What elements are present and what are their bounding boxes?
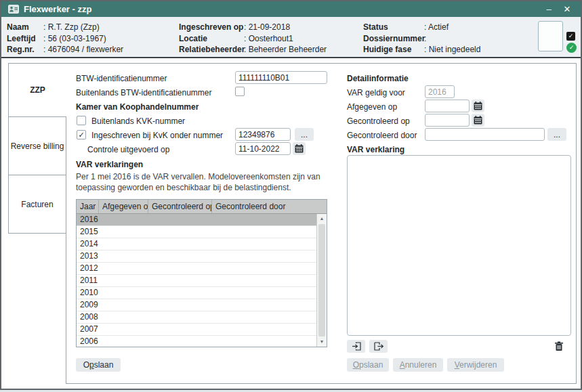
kvk-section-header: Kamer van Koophandelnummer [76,102,199,112]
flexwerker-window: Flexwerker - zzp – ✕ Naam: R.T. Zzp (Zzp… [0,0,582,390]
export-button[interactable] [369,340,388,353]
table-row[interactable]: 2006 [77,336,316,347]
relatiebeheerder-label: Relatiebeheerder [179,44,244,56]
var-verklaring-label: VAR verklaring [347,145,404,154]
header-col-3: Status: Actief Dossiernummer: Huidige fa… [363,22,480,56]
var-table-scrollbar[interactable]: ▲ ▼ [316,214,327,347]
leeftijd-value: : 56 (03-03-1967) [43,33,106,45]
table-row[interactable]: 2010 [77,287,316,299]
afgegeven-calendar-button[interactable] [472,100,484,112]
tab-facturen[interactable]: Facturen [8,175,66,234]
var-verklaring-textarea[interactable] [347,155,571,336]
empty-cell [148,238,212,250]
detailinformatie-header: Detailinformatie [347,74,409,83]
table-row[interactable]: 2016 [77,214,316,226]
col-gecontroleerd-door[interactable]: Gecontroleerd door [212,200,327,213]
table-row[interactable]: 2015 [77,226,316,238]
empty-cell [148,214,212,225]
table-row[interactable]: 2009 [77,299,316,311]
btw-input[interactable] [235,71,327,84]
status-label: Status [363,22,424,33]
empty-cell [212,226,316,238]
table-row[interactable]: 2011 [77,275,316,287]
empty-cell [148,287,212,299]
opslaan-right-button[interactable]: Opslaan [347,358,389,372]
scroll-up-icon[interactable]: ▲ [317,214,327,223]
buitenlands-btw-checkbox[interactable] [235,87,245,96]
empty-cell [148,263,212,274]
empty-cell [148,311,212,323]
table-row[interactable]: 2008 [77,311,316,324]
ingeschreven-kvk-checkbox[interactable]: ✓ [77,130,86,139]
empty-cell [148,299,212,311]
controle-datum-input[interactable] [235,142,291,155]
verwijderen-button[interactable]: Verwijderen [447,358,504,372]
col-gecontroleerd-op[interactable]: Gecontroleerd op [148,200,212,213]
empty-cell [99,214,148,225]
table-row[interactable]: 2013 [77,251,316,263]
dossiernummer-label: Dossiernummer [363,33,424,45]
tab-zzp[interactable]: ZZP [8,63,66,117]
gecontroleerd-op-input[interactable] [425,114,470,127]
kvk-lookup-ellipsis-button[interactable]: ... [295,128,314,141]
regnr-value: : 4676094 / flexwerker [43,44,123,56]
buitenlands-kvk-checkbox[interactable] [77,116,86,125]
checked-checkbox-icon[interactable]: ✓ [566,32,575,41]
opslaan-left-button[interactable]: Opslaan [76,358,121,372]
afgegeven-op-input[interactable] [425,100,470,112]
empty-cell [212,287,316,299]
import-button[interactable] [347,340,365,353]
empty-cell [148,275,212,286]
btw-label: BTW-identificatienummer [76,74,167,83]
delete-button[interactable] [552,340,566,353]
close-button[interactable]: ✕ [560,4,574,14]
empty-cell [99,238,148,250]
trash-icon [554,341,564,351]
ingeschreven-kvk-label: Ingeschreven bij KvK onder nummer [91,131,223,140]
gecontroleerd-op-label: Gecontroleerd op [347,116,410,126]
scroll-thumb[interactable] [318,224,325,336]
controle-calendar-button[interactable] [293,142,306,155]
gecontroleerd-calendar-button[interactable] [472,114,484,127]
locatie-label: Locatie [179,33,244,45]
status-ok-icon: ✓ [566,43,577,53]
table-row[interactable]: 2007 [77,324,316,336]
col-jaar[interactable]: Jaar [77,200,99,213]
kvk-nummer-input[interactable] [235,128,291,141]
table-row[interactable]: 2014 [77,238,316,251]
controle-label: Controle uitgevoerd op [87,145,169,154]
var-verklaringen-header: VAR verklaringen [76,160,143,169]
jaar-cell: 2009 [77,299,99,311]
var-table-body: 2016201520142013201220112010200920082007… [77,214,316,347]
var-geldig-label: VAR geldig voor [347,88,405,97]
empty-cell [99,263,148,274]
jaar-cell: 2014 [77,238,99,250]
huidige-fase-value: : Niet ingedeeld [424,44,480,56]
jaar-cell: 2011 [77,275,99,286]
gecontroleerd-door-ellipsis-button[interactable]: ... [547,128,566,141]
var-table-header: Jaar Afgegeven op Gecontroleerd op Gecon… [77,200,327,214]
empty-cell [148,226,212,238]
jaar-cell: 2007 [77,324,99,335]
var-note: Per 1 mei 2016 is de VAR vervallen. Mode… [76,171,328,193]
huidige-fase-label: Huidige fase [363,44,424,56]
empty-cell [212,251,316,262]
afgegeven-op-label: Afgegeven op [347,102,397,112]
annuleren-button[interactable]: Annuleren [393,358,443,372]
empty-cell [99,311,148,323]
calendar-icon [295,144,304,153]
col-afgegeven-op[interactable]: Afgegeven op [99,200,148,213]
scroll-down-icon[interactable]: ▼ [317,337,327,347]
empty-cell [212,275,316,286]
minimize-button[interactable]: – [542,4,556,14]
import-icon [352,342,361,351]
photo-placeholder [538,21,563,51]
gecontroleerd-door-input[interactable] [425,128,545,141]
empty-cell [99,336,148,347]
tab-reverse-billing[interactable]: Reverse billing [8,116,66,175]
empty-cell [212,238,316,250]
leeftijd-label: Leeftijd [7,33,43,45]
empty-cell [99,287,148,299]
ingeschreven-op-value: : 21-09-2018 [244,22,290,33]
table-row[interactable]: 2012 [77,263,316,275]
